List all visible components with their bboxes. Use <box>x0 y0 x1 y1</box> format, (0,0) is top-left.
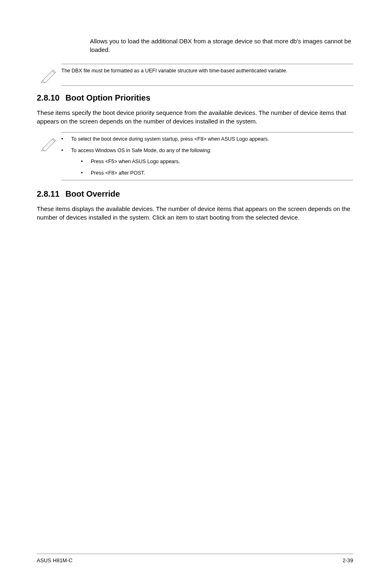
section-heading-boot-priorities: 2.8.10 Boot Option Priorities <box>37 93 353 103</box>
note-block-boot-tips: • To select the boot device during syste… <box>37 132 353 180</box>
heading-number: 2.8.11 <box>37 189 65 199</box>
note-divider-bottom <box>61 85 353 86</box>
sub-bullet-item: • Press <F5> when ASUS Logo appears. <box>81 158 353 166</box>
note-text-boot-tips: • To select the boot device during syste… <box>61 135 353 177</box>
note-text-dbx: The DBX file must be formatted as a UEFI… <box>61 67 353 76</box>
sub-bullet-text: Press <F8> after POST. <box>91 170 353 177</box>
footer-divider <box>37 554 353 554</box>
section-body-boot-priorities: These items specify the boot device prio… <box>37 108 353 126</box>
sub-bullet-text: Press <F5> when ASUS Logo appears. <box>91 158 353 166</box>
top-paragraph: Allows you to load the additional DBX fr… <box>90 37 353 54</box>
page-content: Allows you to load the additional DBX fr… <box>0 0 390 222</box>
pencil-icon <box>37 67 61 83</box>
bullet-mark: • <box>61 136 71 143</box>
note-divider-top <box>61 64 353 64</box>
bullet-item: • To access Windows OS in Safe Mode, do … <box>61 147 353 177</box>
footer-page-number: 2-39 <box>343 557 353 563</box>
bullet-text: To select the boot device during system … <box>71 136 353 143</box>
bullet-mark: • <box>61 147 71 177</box>
bullet-text: To access Windows OS in Safe Mode, do an… <box>71 148 211 153</box>
footer-product-name: ASUS H81M-C <box>37 557 72 563</box>
page-footer: ASUS H81M-C 2-39 <box>37 554 353 563</box>
note-block-dbx: The DBX file must be formatted as a UEFI… <box>37 64 353 86</box>
bullet-mark: • <box>81 158 91 166</box>
section-body-boot-override: These items displays the available devic… <box>37 204 353 222</box>
section-heading-boot-override: 2.8.11 Boot Override <box>37 189 353 199</box>
bullet-mark: • <box>81 170 91 177</box>
note-divider-bottom <box>61 180 353 180</box>
pencil-icon <box>37 135 61 151</box>
bullet-item: • To select the boot device during syste… <box>61 136 353 143</box>
heading-title: Boot Option Priorities <box>65 93 150 103</box>
heading-title: Boot Override <box>65 189 120 199</box>
note-divider-top <box>61 132 353 132</box>
sub-bullet-item: • Press <F8> after POST. <box>81 170 353 177</box>
heading-number: 2.8.10 <box>37 93 65 103</box>
